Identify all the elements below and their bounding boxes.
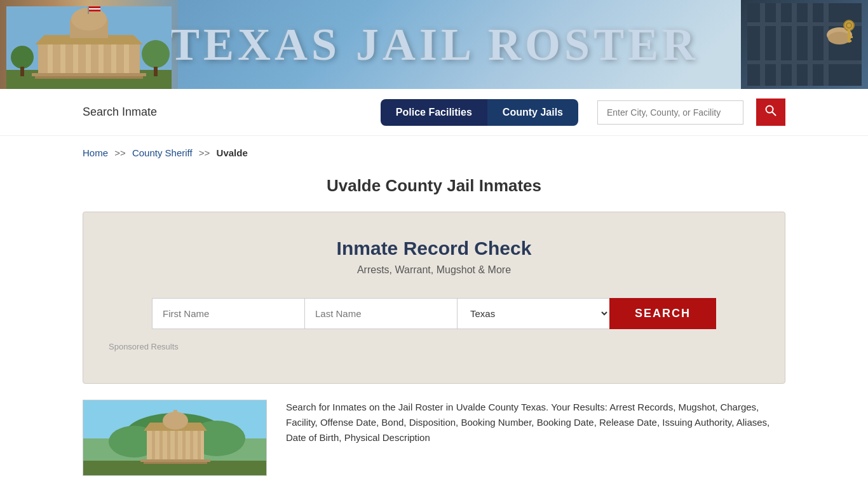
record-search-button[interactable]: SEARCH	[609, 298, 716, 329]
svg-rect-18	[89, 10, 100, 11]
svg-rect-17	[89, 8, 100, 10]
record-search-form: AlabamaAlaskaArizonaArkansasCaliforniaCo…	[109, 298, 759, 329]
navbar: Search Inmate Police Facilities County J…	[0, 89, 868, 136]
svg-rect-5	[73, 44, 78, 73]
svg-rect-30	[824, 3, 829, 86]
svg-rect-8	[111, 44, 116, 73]
breadcrumb-sep-2: >>	[199, 147, 210, 158]
svg-rect-7	[98, 44, 104, 73]
svg-rect-4	[60, 44, 65, 73]
banner-title: Texas Jail Roster	[169, 18, 699, 71]
svg-point-22	[142, 40, 170, 68]
sponsored-results-label: Sponsored Results	[109, 342, 759, 351]
svg-rect-38	[848, 36, 853, 38]
search-facility-button[interactable]	[756, 98, 785, 126]
bottom-description: Search for Inmates on the Jail Roster in…	[286, 400, 785, 445]
svg-rect-59	[140, 459, 210, 462]
breadcrumb-county-sheriff[interactable]: County Sheriff	[132, 147, 193, 158]
svg-rect-3	[48, 44, 53, 73]
svg-rect-9	[124, 44, 129, 73]
search-icon	[765, 105, 776, 116]
svg-rect-16	[89, 6, 100, 8]
svg-rect-14	[88, 6, 89, 14]
page-title-section: Uvalde County Jail Inmates	[0, 170, 868, 212]
tab-police-facilities[interactable]: Police Facilities	[381, 99, 487, 126]
keys-image	[741, 0, 868, 89]
nav-tabs: Police Facilities County Jails	[381, 99, 578, 126]
record-check-title: Inmate Record Check	[109, 238, 759, 259]
tab-county-jails[interactable]: County Jails	[487, 99, 578, 126]
page-title: Uvalde County Jail Inmates	[0, 176, 868, 196]
svg-rect-29	[808, 3, 813, 86]
svg-rect-23	[20, 67, 24, 76]
main-container: Inmate Record Check Arrests, Warrant, Mu…	[0, 212, 868, 384]
record-check-box: Inmate Record Check Arrests, Warrant, Mu…	[83, 212, 785, 384]
state-select[interactable]: AlabamaAlaskaArizonaArkansasCaliforniaCo…	[457, 298, 609, 329]
svg-rect-48	[152, 431, 155, 461]
breadcrumb-home[interactable]: Home	[83, 147, 108, 158]
svg-point-35	[844, 20, 854, 30]
search-facility-input[interactable]	[597, 100, 743, 125]
svg-rect-39	[848, 40, 851, 42]
header-banner: Texas Jail Roster	[0, 0, 868, 89]
svg-rect-20	[35, 76, 143, 79]
first-name-input[interactable]	[152, 298, 304, 329]
capitol-image	[6, 6, 172, 89]
svg-rect-24	[154, 67, 158, 76]
svg-rect-49	[159, 431, 163, 461]
breadcrumb-current: Uvalde	[217, 147, 248, 158]
svg-rect-57	[173, 410, 177, 420]
search-inmate-label: Search Inmate	[83, 105, 368, 119]
svg-rect-51	[175, 431, 178, 461]
svg-rect-52	[182, 431, 186, 461]
svg-point-21	[11, 46, 34, 69]
record-check-subtitle: Arrests, Warrant, Mugshot & More	[109, 264, 759, 276]
svg-rect-6	[86, 44, 91, 73]
svg-rect-50	[167, 431, 170, 461]
bottom-section: Search for Inmates on the Jail Roster in…	[0, 384, 868, 488]
svg-rect-54	[198, 431, 201, 461]
bottom-building-image	[83, 400, 267, 476]
svg-line-41	[773, 112, 776, 116]
breadcrumb: Home >> County Sheriff >> Uvalde	[0, 136, 868, 170]
svg-rect-27	[776, 3, 781, 86]
breadcrumb-sep-1: >>	[114, 147, 126, 158]
last-name-input[interactable]	[304, 298, 457, 329]
svg-rect-60	[144, 462, 207, 464]
svg-point-34	[828, 32, 851, 44]
svg-rect-53	[190, 431, 193, 461]
svg-rect-19	[32, 73, 146, 76]
svg-rect-26	[760, 3, 765, 86]
svg-rect-28	[792, 3, 797, 86]
svg-rect-32	[747, 60, 862, 64]
